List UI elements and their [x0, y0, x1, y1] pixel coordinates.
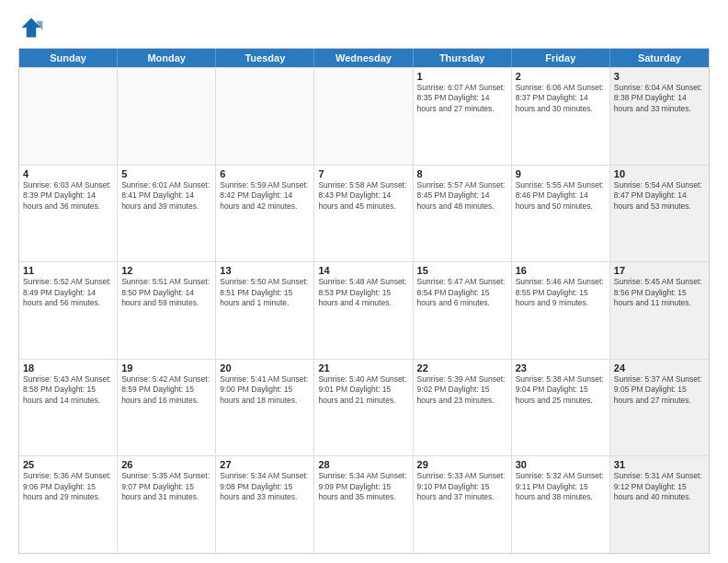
calendar-cell-27: 27Sunrise: 5:34 AM Sunset: 9:08 PM Dayli… — [216, 456, 314, 553]
calendar-cell-15: 15Sunrise: 5:47 AM Sunset: 8:54 PM Dayli… — [414, 262, 512, 359]
day-info: Sunrise: 5:35 AM Sunset: 9:07 PM Dayligh… — [121, 471, 211, 502]
calendar-header: SundayMondayTuesdayWednesdayThursdayFrid… — [19, 49, 709, 67]
calendar-cell-12: 12Sunrise: 5:51 AM Sunset: 8:50 PM Dayli… — [118, 262, 216, 359]
day-number: 19 — [121, 362, 211, 373]
weekday-header-sunday: Sunday — [19, 49, 118, 67]
calendar: SundayMondayTuesdayWednesdayThursdayFrid… — [18, 48, 710, 554]
day-number: 26 — [121, 459, 211, 470]
calendar-cell-16: 16Sunrise: 5:46 AM Sunset: 8:55 PM Dayli… — [512, 262, 610, 359]
day-info: Sunrise: 5:34 AM Sunset: 9:08 PM Dayligh… — [220, 471, 310, 502]
day-number: 11 — [23, 265, 113, 276]
day-number: 25 — [23, 459, 113, 470]
day-number: 5 — [121, 168, 211, 179]
day-info: Sunrise: 5:37 AM Sunset: 9:05 PM Dayligh… — [614, 374, 705, 406]
logo-icon — [18, 15, 44, 40]
calendar-row-3: 18Sunrise: 5:43 AM Sunset: 8:58 PM Dayli… — [19, 359, 709, 456]
day-info: Sunrise: 5:52 AM Sunset: 8:49 PM Dayligh… — [23, 277, 113, 308]
day-number: 23 — [516, 362, 606, 373]
day-info: Sunrise: 5:45 AM Sunset: 8:56 PM Dayligh… — [614, 277, 705, 308]
weekday-header-thursday: Thursday — [414, 49, 512, 67]
calendar-cell-7: 7Sunrise: 5:58 AM Sunset: 8:43 PM Daylig… — [314, 166, 413, 262]
day-number: 8 — [417, 168, 507, 179]
day-info: Sunrise: 5:43 AM Sunset: 8:58 PM Dayligh… — [23, 374, 113, 406]
calendar-cell-13: 13Sunrise: 5:50 AM Sunset: 8:51 PM Dayli… — [216, 262, 314, 359]
day-info: Sunrise: 6:03 AM Sunset: 8:39 PM Dayligh… — [23, 180, 113, 212]
day-number: 28 — [318, 459, 408, 470]
day-info: Sunrise: 5:41 AM Sunset: 9:00 PM Dayligh… — [220, 374, 310, 406]
calendar-cell-23: 23Sunrise: 5:38 AM Sunset: 9:04 PM Dayli… — [512, 360, 610, 456]
day-number: 17 — [614, 265, 705, 276]
calendar-cell-4: 4Sunrise: 6:03 AM Sunset: 8:39 PM Daylig… — [19, 166, 118, 262]
weekday-header-wednesday: Wednesday — [314, 49, 413, 67]
day-info: Sunrise: 5:32 AM Sunset: 9:11 PM Dayligh… — [516, 471, 606, 502]
day-number: 12 — [121, 265, 211, 276]
day-info: Sunrise: 6:04 AM Sunset: 8:38 PM Dayligh… — [614, 83, 705, 114]
calendar-cell-10: 10Sunrise: 5:54 AM Sunset: 8:47 PM Dayli… — [610, 166, 709, 262]
calendar-cell-28: 28Sunrise: 5:34 AM Sunset: 9:09 PM Dayli… — [314, 456, 413, 553]
weekday-header-friday: Friday — [512, 49, 610, 67]
day-number: 31 — [614, 459, 705, 470]
day-info: Sunrise: 6:01 AM Sunset: 8:41 PM Dayligh… — [121, 180, 211, 212]
calendar-cell-30: 30Sunrise: 5:32 AM Sunset: 9:11 PM Dayli… — [512, 456, 610, 553]
calendar-cell-22: 22Sunrise: 5:39 AM Sunset: 9:02 PM Dayli… — [414, 360, 512, 456]
svg-marker-0 — [22, 18, 41, 38]
day-number: 4 — [23, 168, 113, 179]
calendar-cell-9: 9Sunrise: 5:55 AM Sunset: 8:46 PM Daylig… — [512, 166, 610, 262]
day-number: 20 — [220, 362, 310, 373]
weekday-header-tuesday: Tuesday — [216, 49, 314, 67]
calendar-cell-26: 26Sunrise: 5:35 AM Sunset: 9:07 PM Dayli… — [118, 456, 216, 553]
day-number: 9 — [516, 168, 606, 179]
calendar-cell-2: 2Sunrise: 6:06 AM Sunset: 8:37 PM Daylig… — [512, 68, 610, 165]
calendar-cell-31: 31Sunrise: 5:31 AM Sunset: 9:12 PM Dayli… — [610, 456, 709, 553]
day-info: Sunrise: 5:39 AM Sunset: 9:02 PM Dayligh… — [417, 374, 507, 406]
calendar-body: 1Sunrise: 6:07 AM Sunset: 8:35 PM Daylig… — [19, 67, 709, 553]
day-number: 1 — [417, 71, 507, 82]
calendar-cell-21: 21Sunrise: 5:40 AM Sunset: 9:01 PM Dayli… — [314, 360, 413, 456]
day-info: Sunrise: 5:36 AM Sunset: 9:06 PM Dayligh… — [23, 471, 113, 502]
day-info: Sunrise: 5:34 AM Sunset: 9:09 PM Dayligh… — [318, 471, 408, 502]
calendar-cell-empty-2 — [216, 68, 314, 165]
day-info: Sunrise: 5:58 AM Sunset: 8:43 PM Dayligh… — [318, 180, 408, 212]
day-number: 7 — [318, 168, 408, 179]
weekday-header-monday: Monday — [118, 49, 216, 67]
day-number: 10 — [614, 168, 705, 179]
day-info: Sunrise: 5:50 AM Sunset: 8:51 PM Dayligh… — [220, 277, 310, 308]
day-info: Sunrise: 5:47 AM Sunset: 8:54 PM Dayligh… — [417, 277, 507, 308]
day-number: 18 — [23, 362, 113, 373]
day-info: Sunrise: 5:48 AM Sunset: 8:53 PM Dayligh… — [318, 277, 408, 308]
day-info: Sunrise: 5:55 AM Sunset: 8:46 PM Dayligh… — [516, 180, 606, 212]
day-info: Sunrise: 6:06 AM Sunset: 8:37 PM Dayligh… — [516, 83, 606, 114]
day-info: Sunrise: 6:07 AM Sunset: 8:35 PM Dayligh… — [417, 83, 507, 114]
day-info: Sunrise: 5:59 AM Sunset: 8:42 PM Dayligh… — [220, 180, 310, 212]
calendar-row-2: 11Sunrise: 5:52 AM Sunset: 8:49 PM Dayli… — [19, 261, 709, 359]
day-number: 22 — [417, 362, 507, 373]
calendar-cell-25: 25Sunrise: 5:36 AM Sunset: 9:06 PM Dayli… — [19, 456, 118, 553]
weekday-header-saturday: Saturday — [610, 49, 709, 67]
day-number: 30 — [516, 459, 606, 470]
day-info: Sunrise: 5:38 AM Sunset: 9:04 PM Dayligh… — [516, 374, 606, 406]
day-info: Sunrise: 5:40 AM Sunset: 9:01 PM Dayligh… — [318, 374, 408, 406]
day-number: 6 — [220, 168, 310, 179]
calendar-cell-6: 6Sunrise: 5:59 AM Sunset: 8:42 PM Daylig… — [216, 166, 314, 262]
day-number: 21 — [318, 362, 408, 373]
logo — [18, 15, 48, 40]
day-number: 16 — [516, 265, 606, 276]
calendar-cell-3: 3Sunrise: 6:04 AM Sunset: 8:38 PM Daylig… — [610, 68, 709, 165]
day-info: Sunrise: 5:33 AM Sunset: 9:10 PM Dayligh… — [417, 471, 507, 502]
day-number: 2 — [516, 71, 606, 82]
calendar-cell-11: 11Sunrise: 5:52 AM Sunset: 8:49 PM Dayli… — [19, 262, 118, 359]
calendar-cell-empty-0 — [19, 68, 118, 165]
calendar-cell-18: 18Sunrise: 5:43 AM Sunset: 8:58 PM Dayli… — [19, 360, 118, 456]
header — [18, 15, 710, 40]
day-number: 15 — [417, 265, 507, 276]
calendar-cell-14: 14Sunrise: 5:48 AM Sunset: 8:53 PM Dayli… — [314, 262, 413, 359]
day-number: 3 — [614, 71, 705, 82]
calendar-row-0: 1Sunrise: 6:07 AM Sunset: 8:35 PM Daylig… — [19, 67, 709, 165]
day-number: 14 — [318, 265, 408, 276]
calendar-row-1: 4Sunrise: 6:03 AM Sunset: 8:39 PM Daylig… — [19, 165, 709, 262]
day-number: 27 — [220, 459, 310, 470]
calendar-cell-19: 19Sunrise: 5:42 AM Sunset: 8:59 PM Dayli… — [118, 360, 216, 456]
calendar-cell-empty-3 — [314, 68, 413, 165]
calendar-cell-empty-1 — [118, 68, 216, 165]
day-number: 29 — [417, 459, 507, 470]
